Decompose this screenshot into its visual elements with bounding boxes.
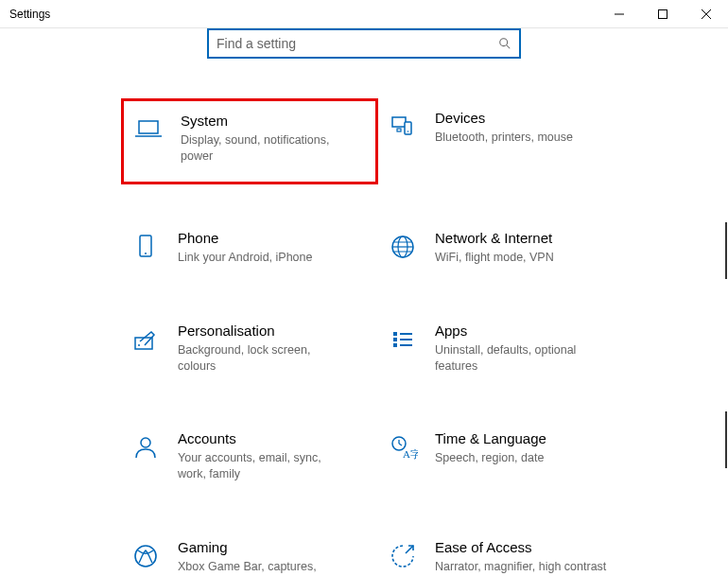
svg-point-32 [135,546,156,567]
svg-point-10 [407,131,409,132]
paintbrush-icon [130,324,161,355]
window-title: Settings [9,8,50,21]
category-devices[interactable]: Devices Bluetooth, printers, mouse [378,104,635,179]
apps-list-icon [388,324,418,355]
category-time-language[interactable]: A字 Time & Language Speech, region, date [378,425,635,488]
window-controls [598,0,728,28]
svg-rect-25 [393,343,397,347]
category-title: Devices [435,110,607,126]
svg-rect-1 [659,9,667,18]
category-text: Personalisation Background, lock screen,… [178,323,369,375]
category-text: Apps Uninstall, defaults, optional featu… [435,323,626,375]
xbox-icon [130,541,161,571]
content: System Display, sound, notifications, po… [0,28,728,576]
laptop-icon [133,114,164,145]
svg-rect-8 [392,117,406,127]
category-apps[interactable]: Apps Uninstall, defaults, optional featu… [378,317,635,380]
category-title: Personalisation [178,323,350,339]
svg-rect-11 [397,129,401,131]
search-wrap [0,28,728,59]
category-title: Network & Internet [435,230,607,246]
category-title: System [181,113,347,129]
category-ease-of-access[interactable]: Ease of Access Narrator, magnifier, high… [378,533,635,576]
category-text: Gaming Xbox Game Bar, captures, Game Mod… [178,539,369,576]
svg-rect-21 [393,332,397,336]
svg-rect-6 [139,121,158,133]
category-text: System Display, sound, notifications, po… [181,113,366,165]
category-system[interactable]: System Display, sound, notifications, po… [121,98,378,184]
svg-line-33 [406,546,413,553]
category-text: Network & Internet WiFi, flight mode, VP… [435,230,626,266]
category-text: Devices Bluetooth, printers, mouse [435,110,626,146]
search-box[interactable] [207,28,521,59]
svg-point-4 [500,39,508,46]
category-desc: Background, lock screen, colours [178,342,350,375]
category-desc: Speech, region, date [435,450,607,466]
category-text: Time & Language Speech, region, date [435,430,626,466]
titlebar: Settings [0,0,728,28]
category-title: Phone [178,230,350,246]
category-text: Ease of Access Narrator, magnifier, high… [435,539,626,575]
ease-of-access-icon [388,541,418,571]
svg-point-20 [138,344,140,346]
maximize-button[interactable] [641,0,685,28]
svg-rect-23 [393,338,397,341]
devices-icon [388,112,418,142]
svg-line-5 [507,45,511,49]
category-desc: Narrator, magnifier, high contrast [435,559,607,575]
category-title: Apps [435,323,607,339]
category-personalisation[interactable]: Personalisation Background, lock screen,… [121,317,378,380]
category-desc: Bluetooth, printers, mouse [435,130,607,146]
category-desc: Xbox Game Bar, captures, Game Mode [178,559,350,576]
scrollbar[interactable] [725,411,727,468]
globe-icon [388,232,418,262]
category-phone[interactable]: Phone Link your Android, iPhone [121,224,378,271]
search-icon [498,37,511,50]
category-desc: WiFi, flight mode, VPN [435,250,607,266]
category-title: Time & Language [435,430,607,446]
categories-grid: System Display, sound, notifications, po… [0,104,728,576]
category-gaming[interactable]: Gaming Xbox Game Bar, captures, Game Mod… [121,533,378,576]
person-icon [130,432,161,463]
svg-rect-9 [405,122,411,134]
time-language-icon: A字 [388,432,418,463]
category-network[interactable]: Network & Internet WiFi, flight mode, VP… [378,224,635,271]
category-accounts[interactable]: Accounts Your accounts, email, sync, wor… [121,425,378,488]
svg-point-27 [141,438,150,447]
category-title: Accounts [178,430,350,446]
close-button[interactable] [685,0,728,28]
search-input[interactable] [217,36,498,51]
svg-line-30 [399,444,402,445]
category-title: Ease of Access [435,539,607,555]
category-text: Accounts Your accounts, email, sync, wor… [178,430,369,482]
category-text: Phone Link your Android, iPhone [178,230,369,266]
svg-text:A字: A字 [403,448,418,460]
category-desc: Link your Android, iPhone [178,250,350,266]
category-desc: Uninstall, defaults, optional features [435,342,607,375]
svg-point-13 [145,253,147,254]
category-desc: Display, sound, notifications, power [181,132,347,165]
category-title: Gaming [178,539,350,555]
minimize-button[interactable] [598,0,641,28]
phone-icon [130,232,161,262]
category-desc: Your accounts, email, sync, work, family [178,450,350,482]
scrollbar[interactable] [725,222,727,279]
